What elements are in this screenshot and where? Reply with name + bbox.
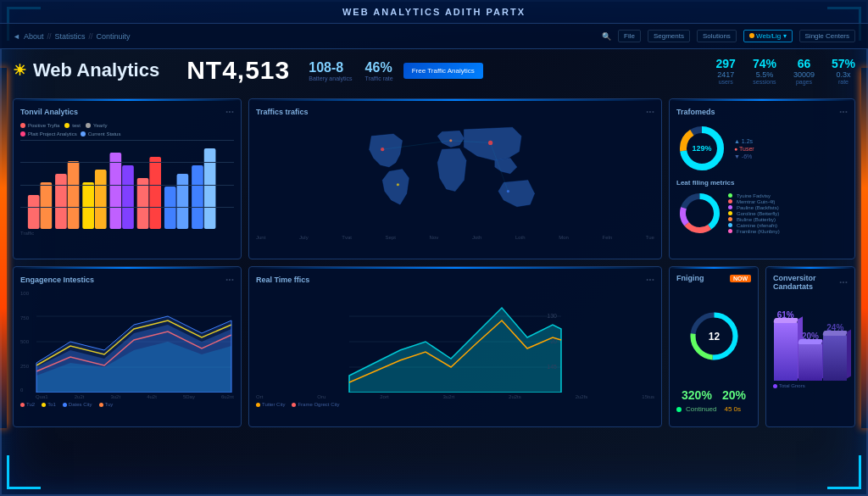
mon-label: Mon [559, 235, 569, 240]
leat-filing-section: Leat filing metrics Tyuine Fadvisy Memt [676, 179, 848, 237]
svg-rect-8 [137, 178, 149, 229]
legend-tyuine: Tyuine Fadvisy [728, 193, 780, 198]
engagement-legend: Tu2 To1 Dates City Tuy [20, 402, 234, 407]
svg-text:20: 20 [550, 338, 557, 344]
bar-chart-x-labels: Traffic [20, 231, 234, 236]
engagement-x-labels: Qua1 2u2t 3u2t 4u2t 5Day 6u2nt [36, 394, 234, 399]
donut-row-1: 129% ▲ 1.2s ● Tuser ▼ -6% [676, 123, 848, 174]
svg-text:145: 145 [547, 364, 557, 370]
svg-rect-12 [192, 165, 203, 229]
nav-right-items: 🔍 File Segments Solutions Web/Lig ▾ Sing… [602, 30, 855, 42]
panel-fniging-title: Fniging NOW [676, 274, 751, 282]
side-accent-left [0, 68, 7, 428]
legend-positive: Positive Tryfia [20, 123, 59, 128]
panel-tonvil-title: Tonvil Analytics ··· [20, 106, 234, 118]
svg-rect-10 [164, 187, 176, 229]
panel-engagement: Engagence Intestics ··· 100 750 500 250 … [13, 266, 242, 427]
panel-realtime-title: Real Time ffics ··· [256, 274, 654, 286]
traffic-analytics-button[interactable]: Free Traffic Analytics [403, 63, 483, 79]
nav-weblig[interactable]: Web/Lig ▾ [743, 30, 793, 42]
nav-file[interactable]: File [618, 30, 641, 42]
world-map-svg [256, 123, 654, 233]
active-dot [676, 407, 682, 412]
legend-goroline: Goroline (Betterfly) [728, 211, 780, 216]
nav-segments[interactable]: Segments [648, 30, 690, 42]
legend-biuline: Biuline (Butterby) [728, 217, 780, 222]
legend-catmine: Catmine (nfenafn) [728, 223, 780, 228]
svg-rect-9 [149, 157, 161, 229]
svg-rect-7 [122, 165, 134, 229]
stat-users: 297 2417 users [716, 57, 736, 85]
panel-engagement-title: Engagence Intestics ··· [20, 274, 234, 286]
app-title: ☀ Web Analytics [13, 59, 159, 81]
header-stats: 297 2417 users 74% 5.5% sessions 66 3000… [716, 57, 855, 85]
page-title: WEB ANALYTICS ADITH PARTX [342, 7, 526, 17]
convertor-legend: Total Gnors [773, 383, 848, 388]
conv-bar-1: 61% [774, 310, 798, 381]
breadcrumb-statistics[interactable]: Statistics [54, 32, 85, 41]
active-status: Continued 45 0s [676, 405, 751, 413]
realtime-chart: 130 20 145 [256, 291, 654, 393]
search-icon: 🔍 [602, 32, 611, 41]
svg-rect-13 [204, 148, 216, 229]
legend-test: test [64, 123, 81, 128]
svg-rect-4 [82, 182, 94, 229]
realtime-x-labels: Ort Oru 2ort 3u2rt 2u2ts 2u2fs 15tus [256, 394, 654, 399]
panel-trafomeds-title: Trafomeds ··· [676, 106, 848, 118]
svg-rect-1 [41, 182, 53, 229]
svg-rect-0 [28, 195, 40, 229]
legend-memtrar: Memtrar Guin-4fj [728, 199, 780, 204]
fniging-content: 12 [676, 287, 751, 385]
world-map [256, 123, 654, 233]
stat-rate: 57% 0.3x rate [832, 57, 855, 85]
metric-traffic: 46% Traffic rate [365, 60, 393, 81]
conv-bar-3: 24% [823, 323, 847, 381]
svg-rect-3 [68, 161, 80, 229]
stat-sessions: 74% 5.5% sessions [753, 57, 776, 85]
panel-traffic-map: Traffics trafics ··· [248, 98, 662, 259]
panel-trafomeds: Trafomeds ··· 129% ▲ 1.2s ● Tuser ▼ -6% [669, 98, 855, 259]
nav-solutions[interactable]: Solutions [697, 30, 737, 42]
nav-single-centers[interactable]: Single Centers [799, 30, 855, 42]
legend-platt: Platt Project Analytics [20, 131, 77, 137]
panel-fniging: Fniging NOW 12 [669, 266, 759, 427]
status-dot [749, 33, 754, 38]
svg-point-19 [397, 183, 399, 186]
engagement-chart: 100 750 500 250 0 [20, 291, 234, 393]
dashboard-grid: Tonvil Analytics ··· Positive Tryfia tes… [13, 98, 855, 429]
breadcrumb: ◄ About // Statistics // Continuity [13, 32, 131, 41]
breadcrumb-about[interactable]: About [24, 32, 44, 41]
stat-pages: 66 30009 pages [793, 57, 815, 85]
panel-realtime: Real Time ffics ··· 130 20 145 [248, 266, 662, 427]
new-badge: NOW [730, 275, 751, 282]
traffic-time-labels: Junt July Tvat Sept Nov Joth Loth Mon Fe… [256, 235, 654, 240]
fniging-metrics: 320% 20% [676, 388, 751, 402]
legend-pauline: Pauline (Backfists) [728, 205, 780, 210]
legend-framline: Framline (Klunbny) [728, 229, 780, 234]
metric-battery: 108-8 Battery analytics [309, 60, 352, 81]
panel-convertor: Conversitor Candartats ··· 61% 20% [765, 266, 855, 427]
main-content: ☀ Web Analytics NT4,513 108-8 Battery an… [13, 49, 855, 488]
main-metric: NT4,513 [186, 56, 290, 85]
nav-back-arrow[interactable]: ◄ [13, 32, 20, 41]
header-small-metrics: 108-8 Battery analytics 46% Traffic rate [309, 60, 392, 81]
panel-convertor-title: Conversitor Candartats ··· [773, 274, 848, 291]
bottom-right-panels: Fniging NOW 12 [669, 266, 855, 427]
header-row: ☀ Web Analytics NT4,513 108-8 Battery an… [13, 49, 855, 92]
panel-tonvil-analytics: Tonvil Analytics ··· Positive Tryfia tes… [13, 98, 242, 259]
page-title-bar: WEB ANALYTICS ADITH PARTX [0, 0, 868, 24]
svg-rect-11 [177, 174, 189, 229]
conv-bar-2: 20% [798, 332, 822, 381]
panel-traffic-title: Traffics trafics ··· [256, 106, 654, 118]
convertor-chart: 61% 20% [773, 296, 848, 381]
realtime-legend: Tutter City Frame Ogrect City [256, 402, 654, 407]
legend-yearly: Yearly [86, 123, 107, 128]
breadcrumb-continuity[interactable]: Continuity [97, 32, 131, 41]
svg-rect-5 [95, 170, 107, 229]
donut-chart-2 [676, 190, 723, 237]
svg-text:130: 130 [547, 313, 557, 319]
legend-current: Current Status [81, 131, 121, 137]
sun-icon: ☀ [13, 61, 26, 80]
side-accent-right [861, 68, 868, 428]
svg-text:12: 12 [708, 331, 720, 343]
